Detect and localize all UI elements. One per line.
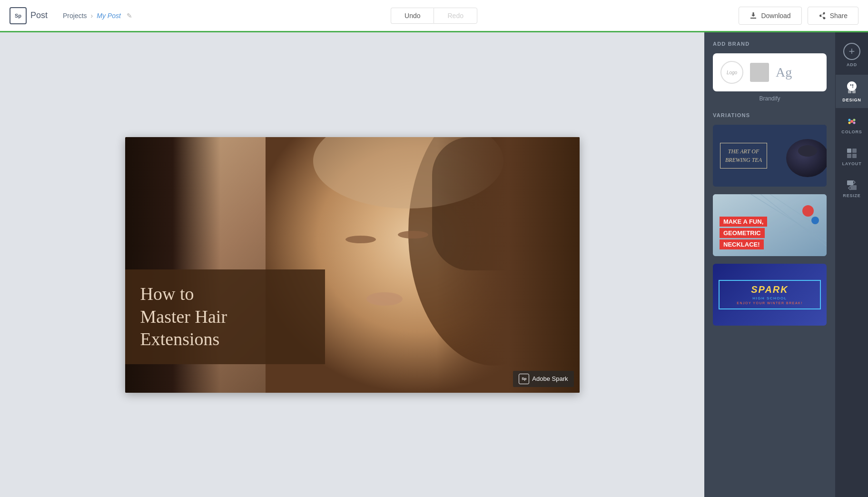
undo-button[interactable]: Undo: [391, 8, 434, 24]
watermark-logo: Sp: [519, 374, 529, 384]
canvas-background: How to Master Hair Extensions Sp Adobe S…: [125, 137, 580, 393]
svg-rect-26: [847, 149, 851, 153]
share-icon: [819, 12, 826, 20]
svg-rect-28: [847, 154, 851, 158]
variations-section: VARIATIONS THE ART OF BREWING TEA: [713, 112, 827, 326]
share-button[interactable]: Share: [808, 7, 858, 25]
watermark: Sp Adobe Spark: [513, 371, 573, 387]
variation-2-line2: GEOMETRIC: [720, 228, 765, 238]
brand-card[interactable]: Logo Ag: [713, 53, 827, 91]
variation-2-line1: MAKE A FUN,: [720, 217, 767, 227]
canvas-area[interactable]: How to Master Hair Extensions Sp Adobe S…: [0, 32, 704, 497]
right-panels: ADD BRAND Logo Ag Brandify VARIATIONS: [704, 32, 868, 497]
hair-overlay: [437, 137, 580, 393]
svg-point-15: [802, 205, 814, 217]
svg-point-21: [850, 120, 853, 123]
app-name: Post: [30, 10, 48, 20]
redo-button[interactable]: Redo: [434, 8, 477, 24]
variation-3-outline: SPARK HIGH SCHOOL ENJOY YOUR WINTER BREA…: [719, 280, 821, 309]
breadcrumb-current: My Post: [97, 12, 121, 20]
app-logo: Sp Post: [10, 7, 48, 24]
edit-icon[interactable]: ✎: [127, 12, 134, 20]
sidebar-item-add[interactable]: + ADD: [836, 37, 868, 73]
undo-redo-group: Undo Redo: [391, 8, 477, 24]
brand-logo-placeholder: Logo: [720, 61, 743, 84]
breadcrumb-projects[interactable]: Projects: [63, 12, 87, 20]
breadcrumb-separator: ›: [91, 12, 93, 20]
svg-rect-20: [852, 90, 856, 93]
canvas-title: How to Master Hair Extensions: [140, 283, 310, 351]
svg-point-5: [398, 231, 428, 239]
colors-label: COLORS: [841, 129, 862, 134]
download-button[interactable]: Download: [739, 7, 801, 25]
canvas-wrapper: How to Master Hair Extensions Sp Adobe S…: [125, 137, 580, 393]
svg-point-22: [848, 119, 851, 121]
add-circle-icon: +: [843, 43, 860, 60]
svg-point-6: [366, 292, 403, 306]
teapot-svg: [774, 125, 827, 187]
variation-2-line3: NECKLACE!: [720, 239, 764, 249]
variation-1-image-right: [774, 125, 827, 187]
svg-rect-27: [852, 149, 857, 153]
brand-font-sample: Ag: [776, 65, 792, 80]
variation-2-text: MAKE A FUN, GEOMETRIC NECKLACE!: [720, 217, 767, 249]
variation-1-text-left: THE ART OF BREWING TEA: [713, 125, 774, 187]
svg-point-9: [798, 145, 817, 157]
icon-sidebar: + ADD DESIGN: [836, 32, 868, 497]
svg-rect-18: [852, 86, 856, 89]
main-content: How to Master Hair Extensions Sp Adobe S…: [0, 32, 868, 497]
svg-point-25: [853, 122, 856, 124]
svg-point-23: [853, 119, 856, 121]
brand-color-swatch: [750, 63, 769, 82]
variation-3-tagline: ENJOY YOUR WINTER BREAK!: [726, 301, 813, 305]
breadcrumb: Projects › My Post ✎: [63, 12, 134, 20]
variation-3-title: SPARK: [726, 285, 813, 294]
design-label: DESIGN: [842, 98, 861, 102]
variation-1-tea[interactable]: THE ART OF BREWING TEA: [713, 125, 827, 187]
svg-rect-31: [850, 185, 857, 190]
variations-label: VARIATIONS: [713, 112, 827, 118]
svg-rect-29: [852, 154, 857, 158]
sidebar-item-colors[interactable]: COLORS: [836, 110, 868, 140]
svg-point-16: [811, 217, 819, 224]
sidebar-item-layout[interactable]: LAYOUT: [836, 142, 868, 172]
svg-point-4: [345, 236, 376, 243]
variation-3-subtitle: HIGH SCHOOL: [726, 296, 813, 300]
download-icon: [750, 12, 757, 20]
brandify-label: Brandify: [713, 95, 827, 102]
text-overlay: How to Master Hair Extensions: [125, 269, 325, 364]
header: Sp Post Projects › My Post ✎ Undo Redo D…: [0, 0, 868, 32]
header-actions: Download Share: [739, 7, 858, 25]
add-brand-section: ADD BRAND Logo Ag Brandify: [713, 41, 827, 102]
resize-icon: [846, 179, 858, 191]
svg-rect-17: [848, 86, 851, 89]
variation-3-spark[interactable]: SPARK HIGH SCHOOL ENJOY YOUR WINTER BREA…: [713, 264, 827, 326]
add-label: ADD: [847, 62, 857, 67]
colors-icon: [846, 116, 858, 127]
design-icon-2: [846, 84, 858, 95]
svg-point-24: [848, 122, 851, 124]
svg-rect-30: [847, 180, 853, 185]
layout-label: LAYOUT: [842, 161, 862, 166]
add-brand-label: ADD BRAND: [713, 41, 827, 47]
sidebar-item-design[interactable]: DESIGN: [836, 75, 868, 108]
resize-label: RESIZE: [843, 193, 860, 198]
logo-box: Sp: [10, 7, 27, 24]
layout-icon: [846, 148, 858, 159]
variation-1-title: THE ART OF BREWING TEA: [720, 143, 767, 169]
side-panel: ADD BRAND Logo Ag Brandify VARIATIONS: [704, 32, 836, 497]
sidebar-item-resize[interactable]: RESIZE: [836, 174, 868, 204]
svg-rect-19: [848, 90, 851, 93]
variation-2-necklace[interactable]: MAKE A FUN, GEOMETRIC NECKLACE!: [713, 194, 827, 256]
